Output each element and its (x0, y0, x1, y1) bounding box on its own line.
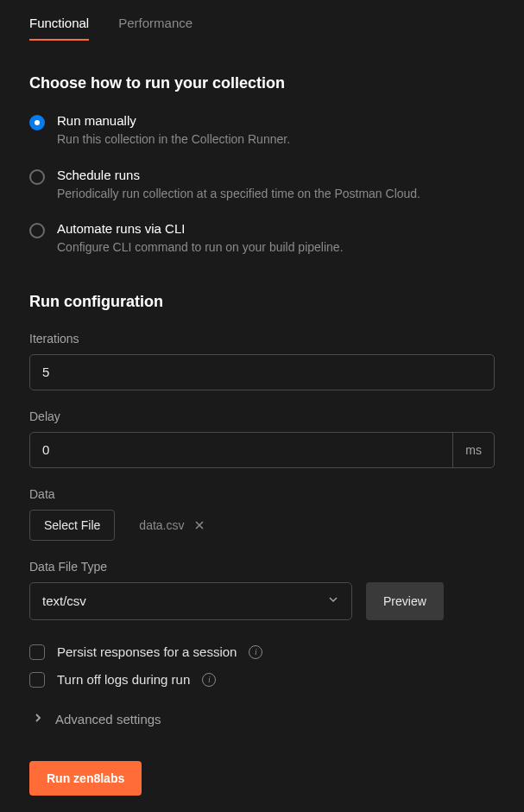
radio-run-manually[interactable]: Run manually Run this collection in the … (29, 113, 495, 149)
file-type-select[interactable]: text/csv (29, 582, 352, 620)
iterations-label: Iterations (29, 332, 495, 346)
persist-responses-label: Persist responses for a session (57, 644, 237, 659)
config-section-title: Run configuration (29, 293, 495, 311)
turn-off-logs-label: Turn off logs during run (57, 672, 190, 687)
file-type-value: text/csv (42, 593, 327, 608)
file-type-label: Data File Type (29, 560, 495, 574)
file-name: data.csv (139, 518, 184, 532)
radio-button-icon (29, 115, 45, 130)
selected-file: data.csv (139, 518, 205, 532)
checkbox-icon[interactable] (29, 644, 45, 660)
persist-responses-row[interactable]: Persist responses for a session i (29, 644, 495, 660)
radio-text: Schedule runs Periodically run collectio… (57, 168, 495, 203)
choose-section-title: Choose how to run your collection (29, 74, 495, 92)
run-method-radio-group: Run manually Run this collection in the … (29, 113, 495, 257)
delay-input-wrapper: ms (29, 432, 495, 468)
radio-description: Periodically run collection at a specifi… (57, 187, 420, 200)
checkbox-icon[interactable] (29, 672, 45, 688)
radio-label: Schedule runs (57, 168, 495, 182)
info-icon[interactable]: i (249, 645, 262, 659)
radio-schedule-runs[interactable]: Schedule runs Periodically run collectio… (29, 168, 495, 203)
radio-text: Automate runs via CLI Configure CLI comm… (57, 221, 495, 257)
remove-file-icon[interactable] (193, 519, 205, 531)
radio-text: Run manually Run this collection in the … (57, 113, 495, 149)
info-icon[interactable]: i (202, 673, 216, 687)
advanced-settings-toggle[interactable]: Advanced settings (29, 712, 495, 726)
delay-field: Delay ms (29, 409, 495, 468)
advanced-settings-label: Advanced settings (55, 712, 161, 726)
radio-label: Automate runs via CLI (57, 221, 495, 236)
radio-description: Run this collection in the Collection Ru… (57, 132, 290, 146)
radio-automate-cli[interactable]: Automate runs via CLI Configure CLI comm… (29, 221, 495, 257)
iterations-field: Iterations (29, 332, 495, 390)
turn-off-logs-row[interactable]: Turn off logs during run i (29, 672, 495, 688)
select-file-button[interactable]: Select File (29, 510, 115, 541)
delay-input[interactable] (30, 433, 452, 467)
delay-label: Delay (29, 409, 495, 423)
preview-button[interactable]: Preview (366, 582, 444, 620)
data-field: Data Select File data.csv (29, 487, 495, 541)
chevron-down-icon (327, 593, 339, 608)
tab-performance[interactable]: Performance (118, 10, 193, 41)
data-label: Data (29, 487, 495, 501)
radio-description: Configure CLI command to run on your bui… (57, 240, 344, 254)
iterations-input[interactable] (29, 354, 495, 390)
radio-button-icon (29, 223, 45, 238)
tab-functional[interactable]: Functional (29, 10, 89, 41)
delay-suffix: ms (452, 433, 494, 467)
run-button[interactable]: Run zen8labs (29, 761, 142, 796)
tabs-bar: Functional Performance (29, 10, 495, 41)
file-type-field: Data File Type text/csv Preview (29, 560, 495, 620)
chevron-right-icon (33, 712, 43, 726)
radio-label: Run manually (57, 113, 495, 128)
radio-button-icon (29, 169, 45, 185)
